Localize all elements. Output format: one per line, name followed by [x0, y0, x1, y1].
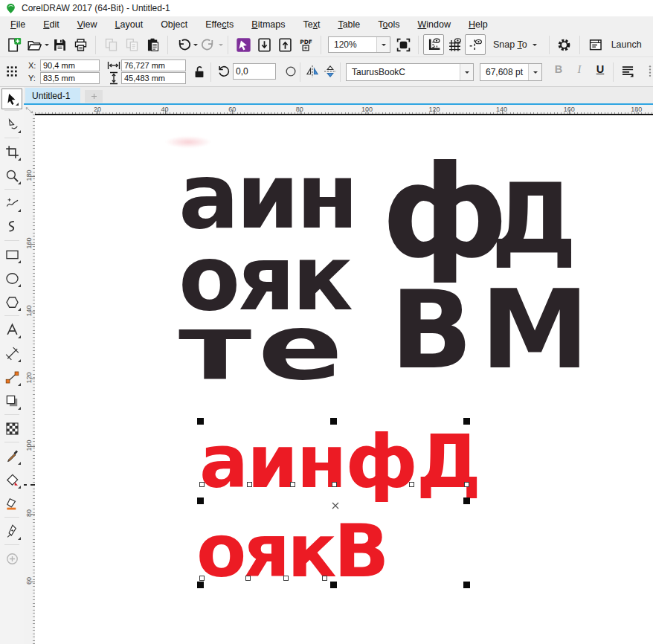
show-rulers-toggle[interactable] — [423, 34, 444, 55]
pick-tool[interactable] — [2, 89, 22, 109]
x-position-field[interactable] — [40, 59, 100, 71]
menu-help[interactable]: Help — [460, 16, 497, 33]
char-node[interactable] — [199, 482, 205, 487]
lock-ratio-button[interactable] — [192, 65, 207, 80]
interactive-fill-tool[interactable] — [0, 468, 24, 492]
options-button[interactable] — [554, 34, 575, 55]
print-button[interactable] — [70, 34, 91, 55]
selection-handle-bottom-right[interactable] — [463, 582, 470, 588]
outline-pen-tool[interactable] — [0, 519, 24, 543]
export-button[interactable] — [274, 34, 295, 55]
toolbar-separator — [579, 36, 580, 54]
font-size-caret[interactable] — [528, 64, 541, 80]
corel-logo-icon — [5, 3, 16, 14]
mirror-horizontal-button[interactable] — [305, 64, 320, 79]
object-width-field[interactable] — [121, 59, 186, 71]
menu-object[interactable]: Object — [152, 16, 196, 33]
char-node[interactable] — [332, 482, 337, 487]
menu-bitmaps[interactable]: Bitmaps — [242, 16, 294, 33]
menu-window[interactable]: Window — [408, 16, 459, 33]
menu-layout[interactable]: Layout — [106, 16, 152, 33]
open-button[interactable] — [24, 34, 45, 55]
freehand-tool[interactable] — [0, 191, 24, 215]
new-document-button[interactable] — [3, 34, 24, 55]
application-launcher-button[interactable]: Launch — [586, 34, 642, 55]
menu-table[interactable]: Table — [329, 16, 369, 33]
snap-to-dropdown[interactable]: Snap To — [493, 39, 537, 50]
h-ruler-tick-label: 20 — [94, 106, 101, 113]
font-size-value: 67,608 pt — [480, 67, 528, 77]
toolbar-separator — [228, 36, 228, 54]
show-guidelines-toggle[interactable] — [465, 34, 486, 55]
selection-handle-middle-right[interactable] — [463, 498, 470, 504]
search-content-button[interactable] — [233, 34, 254, 55]
selection-handle-bottom-left[interactable] — [197, 582, 204, 588]
new-tab-button[interactable] — [85, 90, 103, 103]
text-tool[interactable] — [0, 318, 24, 341]
char-node[interactable] — [283, 576, 289, 581]
selection-handle-bottom-middle[interactable] — [330, 582, 337, 588]
object-height-field[interactable] — [121, 72, 186, 84]
specimen-row1-right: Д — [491, 171, 577, 268]
red-text-line2[interactable]: оякВ — [196, 515, 386, 587]
selection-handle-top-middle[interactable] — [330, 418, 337, 425]
drop-shadow-tool[interactable] — [0, 389, 24, 413]
selection-handle-top-right[interactable] — [463, 418, 470, 425]
rotation-angle-field[interactable] — [233, 63, 276, 80]
underline-button[interactable]: U — [592, 63, 608, 75]
crop-tool[interactable] — [0, 140, 24, 164]
publish-pdf-button[interactable]: PDF — [295, 34, 316, 55]
char-node[interactable] — [409, 482, 414, 487]
vertical-ruler[interactable]: 1801601401201008060 — [24, 115, 35, 644]
font-list-combo[interactable]: TaurusBookC — [346, 63, 474, 81]
paste-button[interactable] — [142, 34, 163, 55]
menu-edit[interactable]: Edit — [34, 16, 68, 33]
mirror-vertical-button[interactable] — [323, 64, 338, 79]
selection-handle-middle-left[interactable] — [197, 498, 204, 504]
zoom-level-caret[interactable] — [376, 37, 390, 52]
char-node[interactable] — [199, 576, 205, 581]
y-position-field[interactable] — [40, 72, 100, 84]
menu-view[interactable]: View — [68, 16, 106, 33]
char-node[interactable] — [247, 482, 252, 487]
selection-handle-top-left[interactable] — [197, 418, 204, 425]
char-node[interactable] — [290, 482, 295, 487]
ruler-origin-icon[interactable] — [25, 105, 35, 115]
polygon-tool[interactable] — [0, 290, 24, 314]
connector-tool[interactable] — [0, 365, 24, 389]
zoom-tool[interactable] — [0, 164, 24, 187]
char-node[interactable] — [322, 576, 327, 581]
char-node[interactable] — [464, 482, 469, 487]
import-button[interactable] — [254, 34, 274, 55]
char-node[interactable] — [245, 576, 251, 581]
menu-text[interactable]: Text — [294, 16, 329, 33]
smart-fill-tool[interactable] — [0, 492, 24, 515]
show-grid-toggle[interactable] — [444, 34, 465, 55]
transparency-tool[interactable] — [0, 416, 24, 440]
undo-button[interactable] — [173, 34, 193, 55]
bold-button[interactable]: B — [550, 63, 567, 75]
text-alignment-button[interactable] — [620, 64, 635, 79]
dimension-tool[interactable] — [0, 341, 24, 365]
overflow-icon[interactable] — [643, 64, 653, 79]
selection-center-marker[interactable] — [332, 499, 339, 506]
red-text-line1[interactable]: аинфД — [199, 425, 480, 498]
italic-button[interactable]: I — [571, 63, 588, 76]
shape-tool[interactable] — [0, 112, 24, 136]
document-tab-bar: Untitled-1 — [24, 87, 653, 103]
menu-effects[interactable]: Effects — [196, 16, 242, 33]
font-size-combo[interactable]: 67,608 pt — [480, 63, 542, 81]
fullscreen-preview-button[interactable] — [393, 34, 414, 55]
object-position-icon — [4, 64, 19, 79]
rotation-center-icon[interactable] — [283, 64, 298, 79]
color-eyedropper-tool[interactable] — [0, 444, 24, 468]
artistic-media-tool[interactable] — [0, 215, 24, 239]
save-button[interactable] — [49, 34, 70, 55]
ellipse-tool[interactable] — [0, 266, 24, 290]
document-tab-untitled-1[interactable]: Untitled-1 — [25, 88, 80, 103]
font-list-caret[interactable] — [460, 64, 473, 80]
zoom-level-combo[interactable]: 120% — [328, 36, 390, 53]
menu-tools[interactable]: Tools — [369, 16, 408, 33]
menu-file[interactable]: File — [1, 16, 34, 33]
rectangle-tool[interactable] — [0, 242, 24, 266]
